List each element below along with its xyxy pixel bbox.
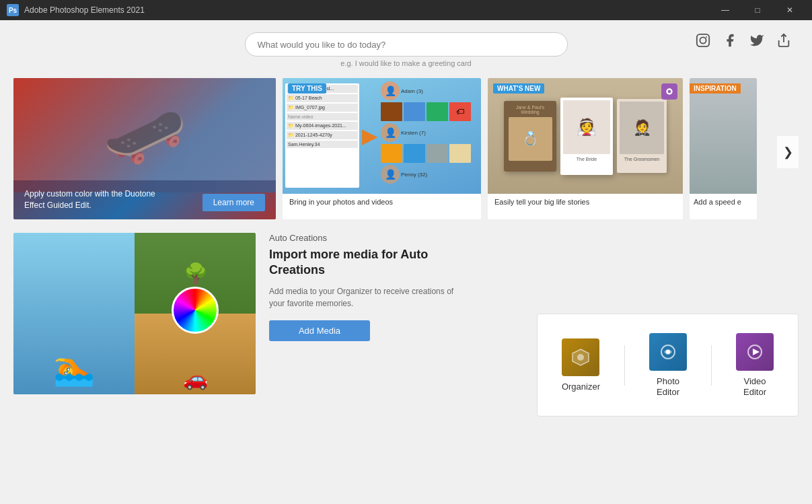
svg-point-5 <box>668 90 671 94</box>
app-icon: Ps <box>7 4 19 16</box>
carousel-container: 🛹 Apply custom color with the Duotone Ef… <box>13 78 799 226</box>
photo-editor-icon <box>649 333 687 371</box>
duotone-text: Apply custom color with the Duotone Effe… <box>24 188 159 211</box>
whats-new-badge: WHAT'S NEW <box>493 83 544 94</box>
bottom-section: 🏊 🌳 🚗 Auto Creations Import more media f… <box>0 233 812 504</box>
divider-2 <box>711 345 712 386</box>
main-content: e.g. I would like to make a greeting car… <box>0 20 812 504</box>
color-wheel <box>172 287 219 334</box>
wedding-card-label: Easily tell your big life stories <box>488 194 683 210</box>
collage-images: 🏊 🌳 🚗 <box>13 233 256 394</box>
collage-right-top: 🌳 <box>135 233 256 314</box>
app-title: Adobe Photoshop Elements 2021 <box>24 5 710 15</box>
svg-point-9 <box>666 350 670 354</box>
social-icons <box>695 32 792 48</box>
search-hint: e.g. I would like to make a greeting car… <box>340 59 471 67</box>
video-editor-app[interactable]: Video Editor <box>725 328 784 402</box>
collage-left: 🏊 <box>13 233 135 394</box>
auto-creations-label: Auto Creations <box>269 233 457 243</box>
share-icon[interactable] <box>776 32 792 48</box>
window-controls: — □ ✕ <box>710 0 805 20</box>
wedding-book: Jane & Paul's Wedding 💍 <box>504 101 556 172</box>
search-wrapper: e.g. I would like to make a greeting car… <box>0 32 812 67</box>
photo-editor-name: Photo Editor <box>657 376 679 397</box>
video-editor-icon <box>736 333 774 371</box>
card-inspiration: INSPIRATION Add a speed e <box>690 78 757 219</box>
app-launcher: Organizer Photo Editor <box>537 314 799 417</box>
card-duotone: 🛹 Apply custom color with the Duotone Ef… <box>13 78 276 219</box>
organizer-app[interactable]: Organizer <box>551 333 611 398</box>
photo-editor-app[interactable]: Photo Editor <box>638 328 698 402</box>
maximize-button[interactable]: □ <box>742 0 773 20</box>
card-photos: TRY THIS 📁 2021-07-01 Kost... 📁 05-17 Be… <box>283 78 481 219</box>
learn-more-button[interactable]: Learn more <box>202 194 265 211</box>
instagram-icon[interactable] <box>695 32 711 48</box>
wedding-card-groomsmen: 🤵 The Groomsmen <box>617 99 667 173</box>
ai-icon <box>661 83 677 100</box>
arrow-icon: ▶ <box>362 125 377 147</box>
card-wedding: WHAT'S NEW Jane & Paul's Wedding 💍 👰 The… <box>488 78 683 219</box>
import-title: Import more media for Auto Creations <box>269 247 457 279</box>
svg-marker-11 <box>753 349 760 355</box>
video-editor-name: Video Editor <box>743 376 766 397</box>
svg-point-2 <box>706 36 707 38</box>
inspiration-label: Add a speed e <box>690 194 757 210</box>
titlebar: Ps Adobe Photoshop Elements 2021 — □ ✕ <box>0 0 812 20</box>
photos-card-label: Bring in your photos and videos <box>283 194 481 210</box>
search-area: e.g. I would like to make a greeting car… <box>0 20 812 71</box>
import-description: Add media to your Organizer to receive c… <box>269 285 457 310</box>
minimize-button[interactable]: — <box>710 0 741 20</box>
divider-1 <box>624 345 625 386</box>
try-this-badge: TRY THIS <box>288 83 326 94</box>
close-button[interactable]: ✕ <box>774 0 805 20</box>
inspiration-image <box>690 78 757 194</box>
import-text: Auto Creations Import more media for Aut… <box>269 233 457 497</box>
duotone-overlay: Apply custom color with the Duotone Effe… <box>13 180 276 219</box>
twitter-icon[interactable] <box>749 32 765 48</box>
svg-point-1 <box>700 37 706 43</box>
auto-creations-section: 🏊 🌳 🚗 Auto Creations Import more media f… <box>13 233 523 497</box>
svg-rect-0 <box>697 34 709 46</box>
organizer-name: Organizer <box>562 382 600 392</box>
search-input[interactable] <box>245 32 568 57</box>
collage-right: 🌳 🚗 <box>135 233 256 394</box>
carousel-section: 🛹 Apply custom color with the Duotone Ef… <box>0 71 812 233</box>
wedding-card-image: Jane & Paul's Wedding 💍 👰 The Bride 🤵 Th… <box>488 78 683 194</box>
inspiration-badge: INSPIRATION <box>690 83 741 94</box>
carousel-next-button[interactable]: ❯ <box>777 136 799 168</box>
facebook-icon[interactable] <box>722 32 738 48</box>
photos-card-image: 📁 2021-07-01 Kost... 📁 05-17 Beach 📁 IMG… <box>283 78 481 194</box>
duotone-image: 🛹 <box>13 78 276 192</box>
thumb-grid: 👤 Adam (3) 🏷 👤 Kirsten (7) <box>381 81 478 184</box>
file-list: 📁 2021-07-01 Kost... 📁 05-17 Beach 📁 IMG… <box>285 83 359 188</box>
svg-point-7 <box>577 354 584 361</box>
add-media-button[interactable]: Add Media <box>269 320 370 341</box>
wedding-card-bride: 👰 The Bride <box>560 98 613 175</box>
organizer-icon <box>562 338 599 376</box>
